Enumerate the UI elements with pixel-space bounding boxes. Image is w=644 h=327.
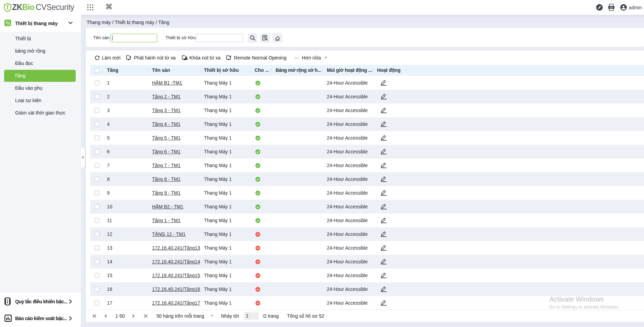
svg-text:APP: APP [609, 7, 613, 9]
